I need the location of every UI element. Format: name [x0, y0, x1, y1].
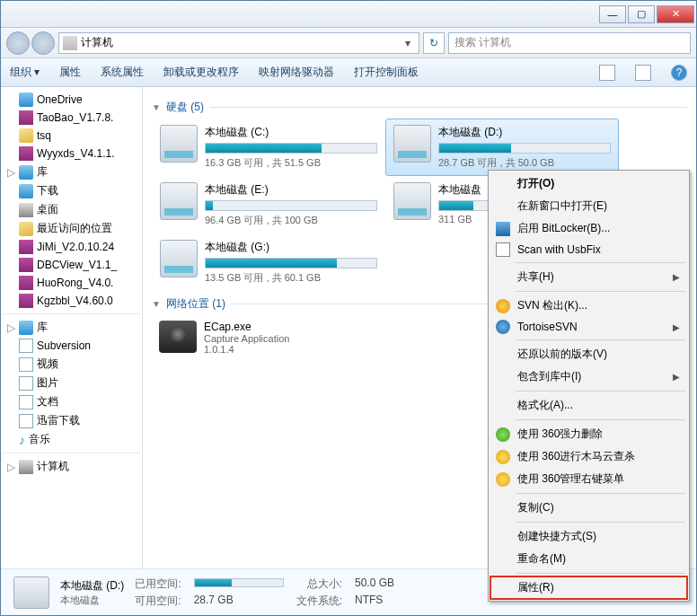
menu-item[interactable]: 属性(R): [490, 576, 687, 599]
view-options-icon[interactable]: [599, 65, 615, 81]
folder-icon: [19, 222, 33, 236]
shield-icon: [496, 222, 510, 236]
refresh-button[interactable]: ↻: [423, 32, 445, 54]
drive-item[interactable]: 本地磁盘 (E:)96.4 GB 可用 , 共 100 GB: [152, 176, 385, 233]
tree-item[interactable]: 文档: [3, 392, 140, 411]
navigation-tree[interactable]: OneDriveTaoBao_V1.7.8.tsqWyyxds_V4.1.1.▷…: [1, 87, 143, 568]
menu-item[interactable]: 启用 BitLocker(B)...: [490, 217, 687, 240]
doc-icon: [19, 395, 33, 409]
menu-item[interactable]: 在新窗口中打开(E): [490, 195, 687, 217]
tree-item[interactable]: 下载: [3, 181, 140, 200]
tree-item[interactable]: 最近访问的位置: [3, 219, 140, 238]
uninstall-button[interactable]: 卸载或更改程序: [163, 65, 239, 80]
menu-item[interactable]: TortoiseSVN▶: [490, 317, 687, 337]
tree-item[interactable]: DBCView_V1.1_: [3, 256, 140, 274]
drive-icon: [393, 125, 431, 163]
forward-button[interactable]: [31, 31, 55, 55]
menu-item[interactable]: 复制(C): [490, 497, 687, 519]
menu-item[interactable]: Scan with UsbFix: [490, 240, 687, 260]
rar-icon: [19, 258, 33, 272]
drive-icon: [13, 576, 49, 609]
context-menu[interactable]: 打开(O)在新窗口中打开(E)启用 BitLocker(B)...Scan wi…: [488, 170, 690, 602]
map-drive-button[interactable]: 映射网络驱动器: [259, 65, 334, 80]
organize-menu[interactable]: 组织 ▾: [10, 65, 40, 80]
360b-icon: [496, 472, 510, 487]
drives-section-header[interactable]: ▼ 硬盘 (5): [152, 94, 687, 119]
tree-item[interactable]: ▷库: [3, 163, 140, 181]
fs-value: NTFS: [355, 594, 394, 609]
menu-item[interactable]: 使用 360进行木马云查杀: [490, 445, 687, 468]
menu-item[interactable]: SVN 检出(K)...: [490, 295, 687, 317]
breadcrumb[interactable]: 计算机: [81, 35, 113, 50]
collapse-icon[interactable]: ▼: [152, 102, 161, 112]
address-dropdown[interactable]: ▾: [401, 37, 415, 49]
tree-item[interactable]: ♪音乐: [3, 430, 140, 449]
menu-item[interactable]: 创建快捷方式(S): [490, 525, 687, 548]
drive-icon: [160, 125, 198, 163]
tree-computer[interactable]: ▷计算机: [3, 457, 140, 476]
doc-icon: [19, 357, 33, 372]
tree-item[interactable]: 迅雷下载: [3, 411, 140, 430]
computer-icon: [19, 460, 33, 474]
fs-label: 文件系统:: [296, 594, 342, 609]
tree-item[interactable]: Subversion: [3, 337, 140, 355]
preview-pane-icon[interactable]: [635, 65, 651, 81]
tree-item[interactable]: tsq: [3, 127, 140, 145]
rar-icon: [19, 146, 33, 161]
menu-item[interactable]: 格式化(A)...: [490, 394, 687, 417]
titlebar: — ▢ ✕: [1, 1, 696, 28]
tree-item[interactable]: TaoBao_V1.7.8.: [3, 109, 140, 127]
used-label: 已用空间:: [135, 576, 181, 592]
submenu-arrow-icon: ▶: [673, 372, 680, 382]
tree-item[interactable]: JiMi_V2.0.10.24: [3, 238, 140, 256]
menu-item[interactable]: 使用 360强力删除: [490, 423, 687, 445]
menu-item[interactable]: 包含到库中(I)▶: [490, 365, 687, 388]
menu-item[interactable]: 还原以前的版本(V): [490, 343, 687, 365]
tree-item[interactable]: Wyyxds_V4.1.1.: [3, 145, 140, 163]
back-button[interactable]: [6, 31, 30, 55]
menu-item[interactable]: 使用 360管理右键菜单: [490, 468, 687, 490]
free-value: 28.7 GB: [194, 594, 284, 609]
tree-libraries[interactable]: ▷库: [3, 318, 140, 337]
menu-item[interactable]: 打开(O): [490, 172, 687, 195]
maximize-button[interactable]: ▢: [628, 5, 655, 23]
drive-item[interactable]: 本地磁盘 (C:)16.3 GB 可用 , 共 51.5 GB: [152, 119, 385, 176]
collapse-icon[interactable]: ▼: [152, 299, 161, 309]
tree-item[interactable]: 视频: [3, 355, 140, 374]
lib-icon: [19, 165, 33, 180]
menu-item[interactable]: 共享(H)▶: [490, 266, 687, 288]
rar-icon: [19, 110, 33, 125]
doc-icon: [19, 414, 33, 428]
folder-icon: [19, 128, 33, 143]
explorer-window: — ▢ ✕ 计算机 ▾ ↻ 搜索 计算机 组织 ▾ 属性 系统属性 卸载或更改程…: [0, 0, 697, 616]
address-bar: 计算机 ▾ ↻ 搜索 计算机: [1, 28, 696, 58]
tree-item[interactable]: OneDrive: [3, 91, 140, 109]
drive-item[interactable]: 本地磁盘 (D:)28.7 GB 可用 , 共 50.0 GB: [385, 119, 619, 176]
doc-icon: [19, 339, 33, 353]
svn-icon: [496, 299, 510, 313]
close-button[interactable]: ✕: [657, 5, 694, 23]
minimize-button[interactable]: —: [599, 5, 626, 23]
tree-item[interactable]: HuoRong_V4.0.: [3, 274, 140, 292]
tree-item[interactable]: Kgzbbl_V4.60.0: [3, 292, 140, 310]
total-label: 总大小:: [296, 576, 342, 592]
drive-item[interactable]: 本地磁盘 (G:)13.5 GB 可用 , 共 60.1 GB: [152, 233, 385, 291]
lib-icon: [19, 184, 33, 198]
rar-icon: [19, 294, 33, 308]
search-input[interactable]: 搜索 计算机: [448, 32, 691, 54]
address-input[interactable]: 计算机 ▾: [58, 32, 419, 54]
lib-icon: [19, 92, 33, 107]
system-properties-button[interactable]: 系统属性: [101, 65, 144, 80]
music-icon: ♪: [19, 433, 25, 447]
computer-icon: [63, 36, 77, 50]
properties-button[interactable]: 属性: [59, 65, 81, 80]
help-icon[interactable]: ?: [671, 65, 687, 81]
tree-item[interactable]: 图片: [3, 374, 140, 392]
drive-icon: [160, 182, 198, 220]
drive-free: 13.5 GB 可用 , 共 60.1 GB: [205, 271, 377, 285]
control-panel-button[interactable]: 打开控制面板: [354, 65, 419, 80]
menu-item[interactable]: 重命名(M): [490, 548, 687, 570]
capacity-bar: [205, 143, 377, 154]
toolbar: 组织 ▾ 属性 系统属性 卸载或更改程序 映射网络驱动器 打开控制面板 ?: [1, 58, 696, 87]
tree-item[interactable]: 桌面: [3, 200, 140, 219]
